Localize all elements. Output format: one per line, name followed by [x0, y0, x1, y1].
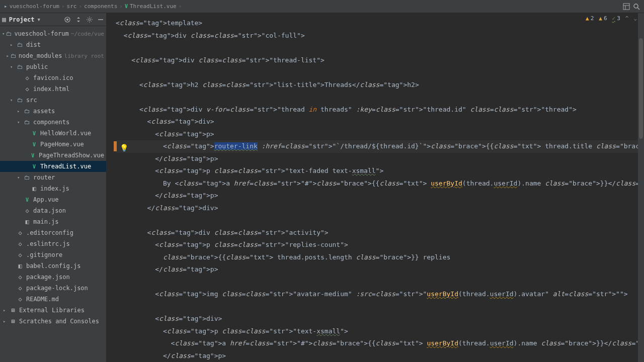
chevron-down-icon[interactable]: ▼ [37, 17, 40, 22]
chevron-down-icon[interactable]: ⌄ [633, 15, 637, 22]
tree-row[interactable]: ◇.eslintrc.js [0, 238, 106, 249]
expand-all-icon[interactable] [75, 16, 82, 23]
tree-label: public [26, 63, 48, 70]
scrollbar-thumb[interactable] [639, 38, 643, 139]
tree-chevron-icon[interactable]: ▸ [3, 308, 8, 313]
code-line[interactable]: <class="tag">div class=class="str">"thre… [116, 54, 644, 67]
svg-point-3 [634, 4, 638, 8]
tree-row[interactable]: ◧main.js [0, 216, 106, 227]
project-tool-icon[interactable]: ▦ [2, 16, 6, 23]
layout-icon[interactable] [623, 3, 630, 10]
tree-row[interactable]: ▾🗀vueschool-forum~/code/vue [0, 28, 106, 39]
code-line[interactable]: <class="tag">router-link :href=class="st… [116, 140, 644, 153]
breadcrumb-sep: › [119, 3, 123, 10]
code-line[interactable]: <class="tag">img class=class="str">"avat… [116, 288, 644, 301]
tree-chevron-icon[interactable]: ▸ [17, 109, 22, 114]
code-line[interactable] [116, 91, 644, 104]
tree-row[interactable]: VApp.vue [0, 194, 106, 205]
tree-chevron-icon[interactable]: ▸ [10, 42, 15, 47]
project-label[interactable]: Project [9, 16, 35, 23]
tree-row[interactable]: VPageHome.vue [0, 139, 106, 150]
tree-row[interactable]: ▾🗀src [0, 95, 106, 106]
code-line[interactable]: <class="tag">template> [116, 17, 644, 30]
code-line[interactable]: </class="tag">div> [116, 202, 644, 215]
tree-row[interactable]: ◧babel.config.js [0, 260, 106, 272]
code-line[interactable] [116, 276, 644, 289]
code-line[interactable]: <class="tag">h2 class=class="str">"list-… [116, 79, 644, 92]
tree-row[interactable]: ◧index.js [0, 183, 106, 194]
code-area[interactable]: <class="tag">template> <class="tag">div … [107, 13, 644, 362]
code-line[interactable]: <class="tag">div v-for=class="str">"thre… [116, 104, 644, 116]
tree-row[interactable]: ▸⊞External Libraries [0, 305, 106, 316]
code-line[interactable]: </class="tag">p> [116, 350, 644, 363]
tree-row[interactable]: ◇README.md [0, 294, 106, 305]
code-line[interactable] [116, 66, 644, 79]
tree-chevron-icon[interactable]: ▾ [2, 31, 6, 36]
tree-row[interactable]: ▾🗀public [0, 61, 106, 72]
code-line[interactable] [116, 214, 644, 227]
code-line[interactable]: class="brace">{{class="txt"> thread.post… [116, 251, 644, 264]
tree-row[interactable]: ◇package-lock.json [0, 283, 106, 294]
project-tree[interactable]: ▾🗀vueschool-forum~/code/vue▸🗀dist▸🗀node_… [0, 26, 106, 362]
tree-row[interactable]: ▸🗀node_moduleslibrary root [0, 50, 106, 61]
breadcrumb-item[interactable]: src [67, 3, 77, 10]
code-line[interactable]: </class="tag">p> [116, 153, 644, 165]
tree-label: main.js [33, 218, 59, 225]
tree-row[interactable]: VPageThreadShow.vue [0, 150, 106, 161]
code-editor[interactable]: ▲2 ▲6 ✓3 ^ ⌄ <class="tag">template> <cla… [107, 13, 644, 362]
tree-row[interactable]: VThreadList.vue [0, 161, 106, 172]
code-line[interactable]: By <class="tag">a href=class="str">"#">c… [116, 177, 644, 190]
tree-row[interactable]: ▸🗀assets [0, 106, 106, 117]
code-line[interactable]: <class="tag">div> [116, 116, 644, 128]
code-line[interactable]: <class="tag">p class=class="str">"text-f… [116, 165, 644, 177]
tree-chevron-icon[interactable]: ▸ [7, 53, 10, 58]
code-line[interactable]: </class="tag">p> [116, 190, 644, 202]
tree-chevron-icon[interactable]: ▸ [3, 319, 8, 324]
tree-row[interactable]: ◇.gitignore [0, 249, 106, 260]
code-line[interactable]: <class="tag">div class=class="str">"col-… [116, 30, 644, 42]
tree-row[interactable]: ▾🗀router [0, 172, 106, 183]
breadcrumb-sep: › [61, 3, 65, 10]
svg-point-7 [89, 19, 91, 21]
breadcrumb-item[interactable]: components [84, 3, 117, 10]
tree-row[interactable]: ◇.editorconfig [0, 227, 106, 238]
tree-row[interactable]: ◇index.html [0, 83, 106, 95]
code-line[interactable]: <class="tag">p class=class="str">"text-x… [116, 325, 644, 338]
tree-row[interactable]: ▾🗀components [0, 117, 106, 128]
code-line[interactable]: <class="tag">p> [116, 128, 644, 141]
tree-row[interactable]: ◇data.json [0, 205, 106, 216]
tree-row[interactable]: ▸🗀dist [0, 39, 106, 50]
breadcrumb-item[interactable]: V ThreadList.vue [125, 3, 177, 10]
chevron-up-icon[interactable]: ^ [625, 15, 629, 22]
code-line[interactable] [116, 42, 644, 54]
inspection-widget[interactable]: ▲2 ▲6 ✓3 ^ ⌄ [586, 15, 637, 22]
code-line[interactable]: </class="tag">p> [116, 263, 644, 276]
tree-label: babel.config.js [26, 262, 80, 269]
breadcrumb-sep: › [179, 3, 182, 10]
tree-chevron-icon[interactable]: ▾ [10, 98, 15, 103]
scrollbar[interactable] [638, 13, 644, 362]
tree-label: index.html [33, 85, 69, 93]
code-line[interactable]: <class="tag">a href=class="str">"#">clas… [116, 337, 644, 350]
tree-label-secondary: ~/code/vue [71, 31, 104, 37]
select-opened-icon[interactable] [64, 16, 71, 23]
tree-label: ThreadList.vue [40, 163, 91, 170]
tree-chevron-icon[interactable]: ▾ [10, 64, 15, 69]
tree-label: PageHome.vue [40, 141, 84, 148]
gear-icon[interactable] [86, 16, 93, 23]
tree-chevron-icon[interactable]: ▾ [17, 120, 22, 125]
code-line[interactable]: <class="tag">div class=class="str">"acti… [116, 227, 644, 239]
code-line[interactable]: <class="tag">div> [116, 313, 644, 325]
search-icon[interactable] [633, 3, 640, 10]
tree-row[interactable]: ◇package.json [0, 272, 106, 283]
code-line[interactable] [116, 301, 644, 313]
tree-label: README.md [26, 296, 59, 303]
breadcrumb-item[interactable]: ▸ vueschool-forum [4, 3, 59, 10]
tree-row[interactable]: VHelloWorld.vue [0, 128, 106, 139]
hide-icon[interactable] [97, 16, 104, 23]
tree-chevron-icon[interactable]: ▾ [17, 175, 22, 180]
breadcrumb: ▸ vueschool-forum › src › components › V… [0, 0, 644, 13]
code-line[interactable]: <class="tag">p class=class="str">"replie… [116, 239, 644, 251]
tree-row[interactable]: ◇favicon.ico [0, 72, 106, 83]
tree-row[interactable]: ▸⊞Scratches and Consoles [0, 316, 106, 327]
